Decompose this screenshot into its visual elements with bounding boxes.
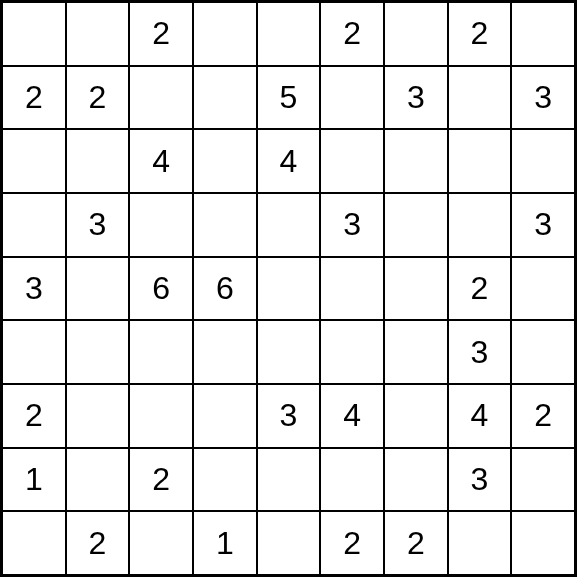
cell-7-7[interactable]: 3: [448, 448, 512, 512]
cell-7-5[interactable]: [320, 448, 384, 512]
cell-2-1[interactable]: [66, 129, 130, 193]
cell-4-3[interactable]: 6: [193, 257, 257, 321]
cell-7-3[interactable]: [193, 448, 257, 512]
cell-3-5[interactable]: 3: [320, 193, 384, 257]
cell-4-4[interactable]: [257, 257, 321, 321]
cell-5-0[interactable]: [2, 320, 66, 384]
cell-2-8[interactable]: [511, 129, 575, 193]
cell-8-4[interactable]: [257, 511, 321, 575]
cell-1-3[interactable]: [193, 66, 257, 130]
cell-2-5[interactable]: [320, 129, 384, 193]
cell-3-6[interactable]: [384, 193, 448, 257]
cell-7-0[interactable]: 1: [2, 448, 66, 512]
cell-0-2[interactable]: 2: [129, 2, 193, 66]
cell-0-1[interactable]: [66, 2, 130, 66]
cell-5-5[interactable]: [320, 320, 384, 384]
cell-2-2[interactable]: 4: [129, 129, 193, 193]
cell-6-2[interactable]: [129, 384, 193, 448]
cell-4-0[interactable]: 3: [2, 257, 66, 321]
cell-3-2[interactable]: [129, 193, 193, 257]
cell-7-8[interactable]: [511, 448, 575, 512]
cell-1-6[interactable]: 3: [384, 66, 448, 130]
cell-3-0[interactable]: [2, 193, 66, 257]
cell-7-2[interactable]: 2: [129, 448, 193, 512]
cell-4-8[interactable]: [511, 257, 575, 321]
cell-6-6[interactable]: [384, 384, 448, 448]
cell-4-6[interactable]: [384, 257, 448, 321]
cell-6-1[interactable]: [66, 384, 130, 448]
cell-4-2[interactable]: 6: [129, 257, 193, 321]
cell-5-2[interactable]: [129, 320, 193, 384]
cell-1-8[interactable]: 3: [511, 66, 575, 130]
cell-3-8[interactable]: 3: [511, 193, 575, 257]
cell-1-5[interactable]: [320, 66, 384, 130]
cell-0-6[interactable]: [384, 2, 448, 66]
cell-8-0[interactable]: [2, 511, 66, 575]
cell-8-6[interactable]: 2: [384, 511, 448, 575]
cell-7-4[interactable]: [257, 448, 321, 512]
cell-8-1[interactable]: 2: [66, 511, 130, 575]
cell-8-2[interactable]: [129, 511, 193, 575]
cell-0-3[interactable]: [193, 2, 257, 66]
cell-0-5[interactable]: 2: [320, 2, 384, 66]
cell-5-6[interactable]: [384, 320, 448, 384]
cell-3-7[interactable]: [448, 193, 512, 257]
cell-5-4[interactable]: [257, 320, 321, 384]
cell-3-4[interactable]: [257, 193, 321, 257]
cell-0-0[interactable]: [2, 2, 66, 66]
cell-6-0[interactable]: 2: [2, 384, 66, 448]
cell-1-2[interactable]: [129, 66, 193, 130]
cell-6-5[interactable]: 4: [320, 384, 384, 448]
cell-8-3[interactable]: 1: [193, 511, 257, 575]
cell-4-7[interactable]: 2: [448, 257, 512, 321]
cell-7-1[interactable]: [66, 448, 130, 512]
cell-6-8[interactable]: 2: [511, 384, 575, 448]
cell-5-7[interactable]: 3: [448, 320, 512, 384]
cell-3-3[interactable]: [193, 193, 257, 257]
cell-0-4[interactable]: [257, 2, 321, 66]
cell-7-6[interactable]: [384, 448, 448, 512]
cell-6-3[interactable]: [193, 384, 257, 448]
cell-6-4[interactable]: 3: [257, 384, 321, 448]
cell-4-1[interactable]: [66, 257, 130, 321]
cell-1-4[interactable]: 5: [257, 66, 321, 130]
cell-2-6[interactable]: [384, 129, 448, 193]
cell-0-8[interactable]: [511, 2, 575, 66]
cell-1-7[interactable]: [448, 66, 512, 130]
puzzle-grid[interactable]: 2 2 2 2 2 5 3 3 4 4 3 3 3 3 6 6 2 3 2 3 …: [0, 0, 577, 577]
cell-8-8[interactable]: [511, 511, 575, 575]
cell-2-0[interactable]: [2, 129, 66, 193]
cell-1-1[interactable]: 2: [66, 66, 130, 130]
cell-3-1[interactable]: 3: [66, 193, 130, 257]
cell-5-1[interactable]: [66, 320, 130, 384]
cell-2-3[interactable]: [193, 129, 257, 193]
cell-0-7[interactable]: 2: [448, 2, 512, 66]
cell-2-7[interactable]: [448, 129, 512, 193]
cell-2-4[interactable]: 4: [257, 129, 321, 193]
cell-1-0[interactable]: 2: [2, 66, 66, 130]
cell-4-5[interactable]: [320, 257, 384, 321]
cell-8-7[interactable]: [448, 511, 512, 575]
cell-8-5[interactable]: 2: [320, 511, 384, 575]
cell-6-7[interactable]: 4: [448, 384, 512, 448]
cell-5-3[interactable]: [193, 320, 257, 384]
cell-5-8[interactable]: [511, 320, 575, 384]
